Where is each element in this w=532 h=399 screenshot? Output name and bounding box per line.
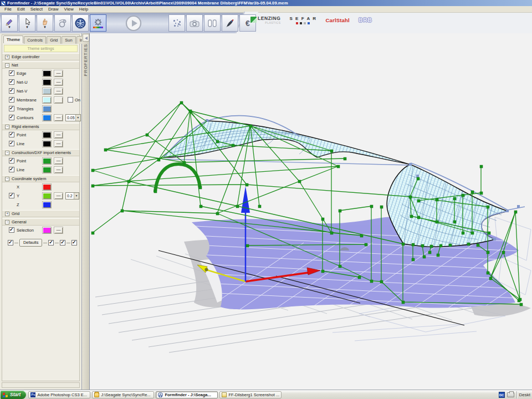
desktop-toolbar-label[interactable]: Deskt [519,392,531,397]
section-general[interactable]: − General [2,218,79,226]
defaults-checkbox-2[interactable] [48,240,54,245]
dxf-line-checkbox[interactable] [9,167,14,172]
selection-linestyle-button[interactable]: — [54,227,63,234]
axis-y-width-dropdown[interactable]: 0.2 ▼ [65,192,79,200]
menu-edit[interactable]: Edit [14,7,28,12]
particles-icon [172,19,181,28]
euro-icon: € [245,19,250,27]
collapse-icon[interactable]: − [5,177,9,181]
edge-color-swatch[interactable] [42,70,52,77]
axis-y-checkbox[interactable] [9,193,14,198]
tray-app-icon[interactable]: DC [499,392,505,398]
rigid-line-color-swatch[interactable] [42,140,52,147]
rigid-line-linestyle-button[interactable]: — [54,140,63,147]
membrane-color-swatch[interactable] [42,96,52,104]
defaults-checkbox-4[interactable] [71,240,77,245]
net-u-linestyle-button[interactable]: — [54,79,63,86]
section-dxf-elements[interactable]: − Construction/DXF import elements [2,149,79,156]
axis-y-color-swatch[interactable] [42,192,52,200]
particles-button[interactable] [168,14,185,32]
dxf-point-color-swatch[interactable] [42,157,52,165]
edge-linestyle-button[interactable]: — [54,70,63,77]
rigid-point-linestyle-button[interactable]: — [54,131,63,139]
net-v-color-swatch[interactable] [42,88,52,95]
pencil-icon [5,18,14,25]
section-rigid-elements[interactable]: − Rigid elements [2,123,79,130]
axis-y-linestyle-button[interactable]: — [54,192,63,200]
axis-z-color-swatch[interactable] [42,201,52,208]
menu-select[interactable]: Select [28,7,45,12]
tab-controls[interactable]: Controls [24,36,46,44]
contours-color-swatch[interactable] [42,114,52,121]
contours-linestyle-button[interactable]: — [54,114,63,121]
select-tool-button[interactable]: ▼ [19,14,35,32]
rigid-line-checkbox[interactable] [9,141,14,146]
taskbar-item-formfinder[interactable]: Formfinder - J:\Seaga... [156,391,218,398]
binoculars-button[interactable] [204,14,221,32]
selection-color-swatch[interactable] [42,227,52,234]
properties-strip[interactable]: PROPERTIES [82,33,90,390]
taskbar-item-photoshop[interactable]: Ps Adobe Photoshop CS3 E... [28,391,90,398]
rigid-point-checkbox[interactable] [9,132,14,137]
defaults-checkbox-3[interactable] [60,240,65,245]
camera-button[interactable] [186,14,203,32]
start-button[interactable]: Start [1,391,26,399]
section-net[interactable]: − Net [2,62,79,69]
collapse-icon[interactable]: − [5,220,9,224]
viewport-3d[interactable] [90,33,532,390]
contours-width-dropdown[interactable]: 0.05 ▼ [65,114,81,121]
defaults-button[interactable]: Defaults [19,239,43,247]
collapse-icon[interactable]: − [5,151,9,155]
collapse-icon[interactable]: − [5,63,9,68]
dxf-line-color-swatch[interactable] [42,166,52,173]
pan-tool-button[interactable]: ▼ [37,14,53,32]
camera-icon [190,19,200,27]
rigid-point-color-swatch[interactable] [42,131,52,139]
selection-checkbox[interactable] [9,227,14,233]
menu-view[interactable]: View [62,7,76,12]
menu-draw[interactable]: Draw [45,7,62,12]
dxf-line-linestyle-button[interactable]: — [54,166,63,173]
draw-tool-button[interactable]: ▼ [1,14,18,32]
section-coordinate-system[interactable]: − Coordinate system [2,175,79,182]
net-u-color-swatch[interactable] [42,79,52,86]
membrane-on-checkbox[interactable] [68,97,73,103]
axis-x-color-swatch[interactable] [42,183,52,191]
edge-checkbox[interactable] [9,70,14,76]
row-selection: Selection — [2,226,79,234]
formfinder-icon [158,392,163,397]
net-u-checkbox[interactable] [9,79,14,85]
section-grid[interactable]: + Grid [2,210,79,217]
row-dxf-line: Line — [2,165,79,174]
membrane-checkbox[interactable] [9,97,14,103]
dxf-point-checkbox[interactable] [9,158,14,163]
section-edge-controller[interactable]: + Edge controller [2,53,79,60]
dxf-point-linestyle-button[interactable]: — [54,157,63,165]
tab-grid[interactable]: Grid [47,36,61,44]
triangles-checkbox[interactable] [9,106,14,111]
taskbar-item-screenshot[interactable]: FF-Dilsberg1 Screenshot ... [219,391,282,398]
taskbar-item-explorer[interactable]: J:\Seagate Sync\SyncRe... [92,391,154,398]
membrane-style-button[interactable]: — [54,96,63,104]
net-v-linestyle-button[interactable]: — [54,88,63,95]
orbit-tool-button[interactable] [54,14,71,32]
contours-checkbox[interactable] [9,115,14,120]
menu-file[interactable]: File [2,7,14,12]
photoshop-icon: Ps [30,392,35,397]
triangles-color-swatch[interactable] [42,105,52,112]
printer-icon[interactable] [507,392,514,397]
tab-sun[interactable]: Sun [62,36,75,44]
defaults-checkbox-1[interactable] [8,240,13,245]
main-area: Theme Controls Grid Sun Images Theme set… [0,33,532,390]
net-v-checkbox[interactable] [9,88,14,94]
menu-help[interactable]: Help [76,7,91,12]
vitruvian-man-button[interactable] [72,14,89,32]
expand-icon[interactable]: + [5,212,9,216]
expand-icon[interactable]: + [5,55,9,59]
tab-theme[interactable]: Theme [3,35,23,43]
play-button[interactable] [125,15,142,32]
feather-button[interactable] [222,14,238,32]
theme-settings-button[interactable] [90,14,106,32]
collapse-panel-button[interactable] [83,34,89,42]
collapse-icon[interactable]: − [5,125,9,129]
